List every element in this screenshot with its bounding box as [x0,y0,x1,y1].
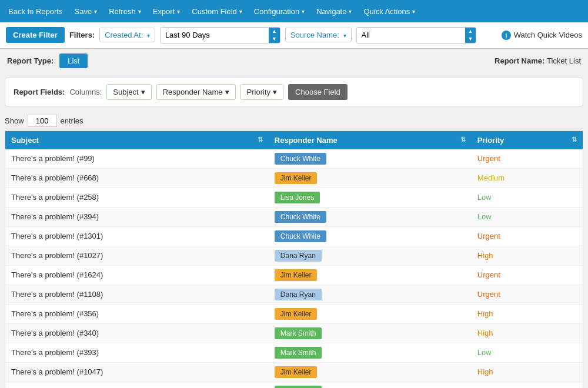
report-type-bar: Report Type: List Report Name: Ticket Li… [0,49,588,73]
table-row[interactable]: There's a problem! (#1027)Dana RyanHigh [5,246,583,265]
nav-export[interactable]: Export ▾ [147,0,186,22]
report-fields-label: Report Fields: [14,88,65,96]
responder-badge: Chuck White [275,153,326,165]
source-name-arrow-icon: ▾ [343,32,346,39]
responder-name-field-arrow-icon: ▾ [225,88,229,96]
table-row[interactable]: There's a problem! (#356)Jim KellerHigh [5,304,583,323]
source-name-up-arrow[interactable]: ▲ [465,28,476,35]
subject-cell: There's a problem! (#356) [5,304,269,323]
priority-cell: High [472,246,583,265]
quick-actions-arrow-icon: ▾ [412,8,415,15]
list-button[interactable]: List [59,53,88,68]
priority-header[interactable]: Priority ⇅ [472,131,583,149]
save-arrow-icon: ▾ [94,8,97,15]
responder-cell: Dana Ryan [269,246,472,265]
subject-cell: There's a problem! (#668) [5,168,269,188]
source-name-down-arrow[interactable]: ▼ [465,35,476,43]
priority-cell: Urgent [472,382,583,388]
source-name-value-input[interactable] [357,28,465,42]
watch-quick-videos[interactable]: i Watch Quick Videos [502,31,582,40]
table-row[interactable]: There's a problem! (#258)Lisa JonesLow [5,188,583,207]
table-row[interactable]: There's a problem! (#412)Mark SmithUrgen… [5,382,583,388]
report-name: Report Name: Ticket List [495,56,581,65]
responder-cell: Chuck White [269,149,472,169]
date-range-wrapper: ▲ ▼ [160,27,280,44]
responder-badge: Jim Keller [275,172,318,184]
configuration-arrow-icon: ▾ [302,8,305,15]
table-row[interactable]: There's a problem! (#1047)Jim KellerHigh [5,362,583,382]
responder-sort-icon[interactable]: ⇅ [460,136,466,143]
table-row[interactable]: There's a problem! (#668)Jim KellerMediu… [5,168,583,188]
responder-badge: Mark Smith [275,347,322,359]
table-row[interactable]: There's a problem! (#99)Chuck WhiteUrgen… [5,149,583,169]
subject-field-arrow-icon: ▾ [141,88,145,96]
nav-quick-actions[interactable]: Quick Actions ▾ [358,0,421,22]
show-entries: Show entries [0,111,588,131]
nav-custom-field[interactable]: Custom Field ▾ [186,0,248,22]
subject-cell: There's a problem! (#393) [5,343,269,362]
nav-configuration[interactable]: Configuration ▾ [248,0,310,22]
created-at-arrow-icon: ▾ [147,32,150,39]
subject-header[interactable]: Subject ⇅ [5,131,269,149]
subject-cell: There's a problem! (#1047) [5,362,269,382]
table-row[interactable]: There's a problem! (#1624)Jim KellerUrge… [5,265,583,285]
nav-back-to-reports[interactable]: Back to Reports [2,0,69,22]
nav-refresh[interactable]: Refresh ▾ [103,0,147,22]
subject-field-button[interactable]: Subject ▾ [106,84,151,100]
date-range-input[interactable] [161,28,269,42]
table-header-row: Subject ⇅ Responder Name ⇅ Priority ⇅ [5,131,583,149]
responder-cell: Jim Keller [269,362,472,382]
show-label: Show [5,116,24,125]
export-arrow-icon: ▾ [177,8,180,15]
nav-save[interactable]: Save ▾ [69,0,103,22]
choose-field-button[interactable]: Choose Field [288,84,348,100]
responder-name-header[interactable]: Responder Name ⇅ [269,131,472,149]
refresh-arrow-icon: ▾ [138,8,141,15]
table-row[interactable]: There's a problem! (#1301)Chuck WhiteUrg… [5,226,583,246]
report-type-label: Report Type: [7,56,54,65]
columns-label: Columns: [69,88,102,96]
nav-navigate[interactable]: Navigate ▾ [310,0,358,22]
report-name-label: Report Name: [495,56,547,65]
responder-name-field-button[interactable]: Responder Name ▾ [156,84,236,100]
filters-label: Filters: [69,31,95,39]
responder-cell: Mark Smith [269,323,472,343]
responder-badge: Dana Ryan [275,250,322,262]
priority-sort-icon[interactable]: ⇅ [572,136,577,143]
table-row[interactable]: There's a problem! (#1108)Dana RyanUrgen… [5,285,583,304]
filter-bar: Create Filter Filters: Created At: ▾ ▲ ▼… [0,22,588,49]
subject-sort-icon[interactable]: ⇅ [258,136,263,143]
date-range-up-arrow[interactable]: ▲ [269,28,280,35]
subject-cell: There's a problem! (#340) [5,323,269,343]
report-name-value: Ticket List [547,56,581,65]
responder-badge: Dana Ryan [275,289,322,300]
subject-cell: There's a problem! (#412) [5,382,269,388]
priority-cell: Urgent [472,265,583,285]
responder-badge: Jim Keller [275,269,318,281]
responder-cell: Jim Keller [269,265,472,285]
priority-field-button[interactable]: Priority ▾ [240,84,283,100]
entries-label: entries [61,116,83,125]
responder-cell: Jim Keller [269,168,472,188]
subject-cell: There's a problem! (#1108) [5,285,269,304]
entries-input[interactable] [28,115,57,127]
info-icon: i [502,31,511,40]
date-range-arrows: ▲ ▼ [269,28,280,43]
source-name-arrows: ▲ ▼ [465,28,476,43]
created-at-filter[interactable]: Created At: ▾ [99,28,155,42]
priority-cell: Low [472,343,583,362]
priority-cell: Urgent [472,285,583,304]
source-name-filter[interactable]: Source Name: ▾ [285,28,352,42]
table-row[interactable]: There's a problem! (#393)Mark SmithLow [5,343,583,362]
top-nav: Back to Reports Save ▾ Refresh ▾ Export … [0,0,588,22]
priority-cell: High [472,323,583,343]
create-filter-button[interactable]: Create Filter [6,27,65,43]
responder-cell: Chuck White [269,226,472,246]
responder-cell: Chuck White [269,207,472,226]
table-row[interactable]: There's a problem! (#394)Chuck WhiteLow [5,207,583,226]
report-fields-bar: Report Fields: Columns: Subject ▾ Respon… [5,78,583,106]
subject-cell: There's a problem! (#258) [5,188,269,207]
table-row[interactable]: There's a problem! (#340)Mark SmithHigh [5,323,583,343]
date-range-down-arrow[interactable]: ▼ [269,35,280,43]
subject-cell: There's a problem! (#1624) [5,265,269,285]
